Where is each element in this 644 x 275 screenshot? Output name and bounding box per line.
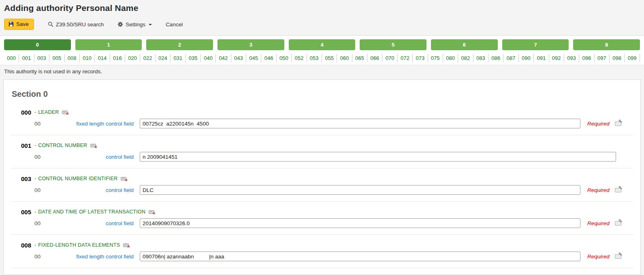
save-button-label: Save bbox=[16, 21, 29, 27]
section-heading: Section 0 bbox=[12, 90, 635, 99]
tabs-band: 012345678 000001003005008010014016020022… bbox=[0, 36, 644, 65]
tab-1[interactable]: 1 bbox=[75, 39, 142, 50]
field-indicators: 00 bbox=[34, 187, 51, 193]
tag-link-053[interactable]: 053 bbox=[307, 54, 322, 62]
tag-link-016[interactable]: 016 bbox=[110, 54, 125, 62]
field-block: 005 - DATE AND TIME OF LATEST TRANSACTIO… bbox=[9, 207, 635, 235]
tag-link-066[interactable]: 066 bbox=[367, 54, 382, 62]
tag-link-096[interactable]: 096 bbox=[579, 54, 594, 62]
delete-field-icon[interactable] bbox=[123, 243, 129, 247]
field-indicators: 00 bbox=[34, 220, 51, 226]
field-indicators: 00 bbox=[34, 154, 51, 160]
tag-link-005[interactable]: 005 bbox=[49, 54, 64, 62]
tag-link-000[interactable]: 000 bbox=[4, 54, 19, 62]
tag-link-080[interactable]: 080 bbox=[443, 54, 458, 62]
tag-link-010[interactable]: 010 bbox=[80, 54, 95, 62]
tab-7[interactable]: 7 bbox=[502, 39, 569, 50]
tag-link-075[interactable]: 075 bbox=[428, 54, 443, 62]
tag-link-055[interactable]: 055 bbox=[322, 54, 337, 62]
subfield-row: 00 fixed length control field Required bbox=[9, 118, 635, 129]
tag-link-022[interactable]: 022 bbox=[140, 54, 155, 62]
tag-link-099[interactable]: 099 bbox=[625, 54, 640, 62]
field-tag-dash: - bbox=[34, 143, 36, 148]
tag-link-093[interactable]: 093 bbox=[564, 54, 579, 62]
tag-link-040[interactable]: 040 bbox=[201, 54, 216, 62]
tag-link-045[interactable]: 045 bbox=[246, 54, 261, 62]
tag-link-086[interactable]: 086 bbox=[488, 54, 503, 62]
tag-link-035[interactable]: 035 bbox=[186, 54, 201, 62]
tag-link-052[interactable]: 052 bbox=[292, 54, 307, 62]
subfield-label[interactable]: control field bbox=[51, 220, 134, 226]
field-tag-line: 003 - CONTROL NUMBER IDENTIFIER bbox=[21, 174, 635, 183]
delete-field-icon[interactable] bbox=[62, 111, 68, 114]
tag-link-073[interactable]: 073 bbox=[413, 54, 428, 62]
subfield-input[interactable] bbox=[140, 119, 580, 128]
tag-link-008[interactable]: 008 bbox=[65, 54, 80, 62]
settings-menu-button[interactable]: Settings bbox=[117, 21, 152, 28]
tab-3[interactable]: 3 bbox=[218, 39, 284, 50]
edit-icon[interactable] bbox=[615, 254, 621, 259]
required-label: Required bbox=[587, 220, 610, 226]
tag-link-087[interactable]: 087 bbox=[503, 54, 518, 62]
delete-field-icon[interactable] bbox=[149, 210, 154, 214]
tag-link-070[interactable]: 070 bbox=[382, 54, 397, 62]
subfield-row: 00 control field Required bbox=[9, 185, 635, 195]
delete-field-icon[interactable] bbox=[90, 144, 96, 147]
tag-link-083[interactable]: 083 bbox=[473, 54, 488, 62]
field-tag-dash: - bbox=[34, 209, 36, 215]
field-indicators: 00 bbox=[34, 254, 51, 260]
cancel-button[interactable]: Cancel bbox=[166, 21, 183, 28]
field-divider bbox=[10, 268, 633, 268]
field-tag-line: 008 - FIXED-LENGTH DATA ELEMENTS bbox=[21, 241, 635, 249]
tab-2[interactable]: 2 bbox=[146, 39, 213, 50]
tag-link-024[interactable]: 024 bbox=[156, 54, 171, 62]
tag-link-043[interactable]: 043 bbox=[231, 54, 246, 62]
tag-link-065[interactable]: 065 bbox=[352, 54, 367, 62]
field-label: FIXED-LENGTH DATA ELEMENTS bbox=[38, 242, 120, 248]
tag-link-082[interactable]: 082 bbox=[458, 54, 473, 62]
tag-link-092[interactable]: 092 bbox=[549, 54, 564, 62]
tag-link-090[interactable]: 090 bbox=[519, 54, 534, 62]
tag-link-031[interactable]: 031 bbox=[171, 54, 186, 62]
z3950-search-button[interactable]: Z39.50/SRU search bbox=[48, 21, 104, 28]
save-button[interactable]: Save bbox=[4, 19, 34, 30]
delete-field-icon[interactable] bbox=[121, 177, 126, 181]
edit-icon[interactable] bbox=[615, 122, 621, 126]
tag-link-050[interactable]: 050 bbox=[277, 54, 292, 62]
edit-icon[interactable] bbox=[615, 188, 621, 192]
settings-label: Settings bbox=[126, 21, 145, 28]
tag-link-046[interactable]: 046 bbox=[261, 54, 276, 62]
subfield-input[interactable] bbox=[140, 218, 580, 228]
field-tag: 005 bbox=[21, 209, 31, 215]
tag-link-072[interactable]: 072 bbox=[398, 54, 413, 62]
subfield-label[interactable]: fixed length control field bbox=[51, 121, 134, 127]
tag-link-020[interactable]: 020 bbox=[125, 54, 140, 62]
tag-link-097[interactable]: 097 bbox=[595, 54, 610, 62]
tag-link-091[interactable]: 091 bbox=[534, 54, 549, 62]
field-block: 008 - FIXED-LENGTH DATA ELEMENTS 00 fixe… bbox=[9, 241, 635, 268]
subfield-input[interactable] bbox=[140, 185, 580, 195]
subfield-label[interactable]: control field bbox=[51, 154, 134, 160]
subfield-label[interactable]: fixed length control field bbox=[51, 254, 134, 260]
section-panel: Section 0 000 - LEADER 00 fixed length c… bbox=[3, 79, 641, 275]
tab-0[interactable]: 0 bbox=[4, 39, 71, 50]
edit-icon[interactable] bbox=[615, 221, 621, 226]
tag-link-003[interactable]: 003 bbox=[34, 54, 49, 62]
tag-link-row: 0000010030050080100140160200220240310350… bbox=[4, 54, 640, 62]
tag-link-098[interactable]: 098 bbox=[610, 54, 625, 62]
tab-4[interactable]: 4 bbox=[289, 39, 356, 50]
tag-link-001[interactable]: 001 bbox=[19, 54, 34, 62]
tab-5[interactable]: 5 bbox=[360, 39, 426, 50]
subfield-input[interactable] bbox=[140, 252, 580, 261]
tag-link-060[interactable]: 060 bbox=[337, 54, 352, 62]
tag-link-014[interactable]: 014 bbox=[95, 54, 110, 62]
subfield-label[interactable]: control field bbox=[51, 187, 134, 193]
tab-6[interactable]: 6 bbox=[431, 39, 498, 50]
tab-8[interactable]: 8 bbox=[573, 39, 640, 50]
field-divider bbox=[10, 168, 633, 168]
subfield-input[interactable] bbox=[140, 152, 616, 162]
field-tag: 001 bbox=[21, 142, 31, 149]
tag-link-042[interactable]: 042 bbox=[216, 54, 231, 62]
field-block: 000 - LEADER 00 fixed length control fie… bbox=[9, 108, 635, 135]
save-icon bbox=[9, 21, 14, 27]
